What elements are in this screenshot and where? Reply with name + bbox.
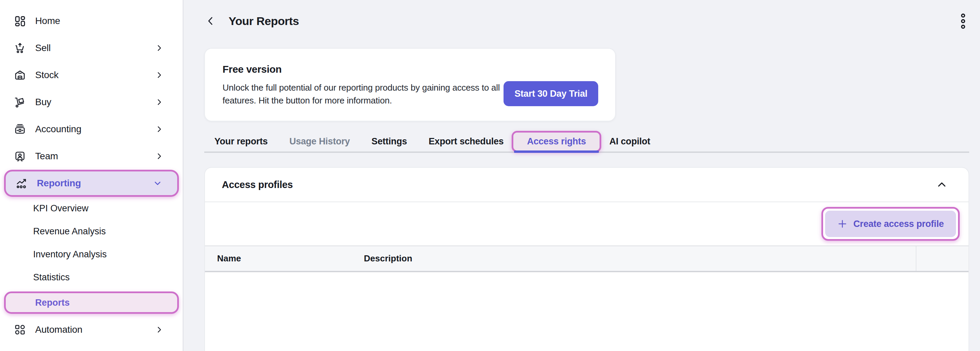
sidebar-item-buy[interactable]: Buy	[0, 89, 183, 116]
trial-title: Free version	[223, 64, 504, 75]
page-title: Your Reports	[229, 14, 299, 28]
sidebar-item-label: Sell	[35, 43, 155, 53]
sidebar-item-home[interactable]: Home	[0, 8, 183, 35]
back-icon[interactable]	[205, 15, 216, 27]
dashboard-icon	[14, 14, 26, 27]
sidebar: Home Sell	[0, 0, 184, 351]
chevron-right-icon	[155, 325, 164, 334]
sidebar-item-label: Reporting	[37, 178, 153, 189]
access-profiles-panel: Access profiles Create access profile Na	[204, 167, 969, 351]
sidebar-item-label: Buy	[35, 97, 155, 108]
sidebar-item-reports[interactable]: Reports	[4, 291, 179, 314]
main-content: Your Reports Free version Unlock the ful…	[184, 0, 980, 351]
tab-export-schedules[interactable]: Export schedules	[429, 136, 504, 147]
sidebar-item-label: Stock	[35, 70, 155, 81]
sidebar-item-label: Inventory Analysis	[33, 249, 107, 260]
chevron-right-icon	[155, 152, 164, 160]
sidebar-item-label: Statistics	[33, 272, 70, 283]
sidebar-item-label: Accounting	[35, 124, 155, 135]
sidebar-item-label: KPI Overview	[33, 203, 89, 214]
panel-title: Access profiles	[222, 179, 293, 191]
sidebar-item-sell[interactable]: Sell	[0, 35, 183, 62]
sidebar-item-label: Home	[35, 16, 164, 26]
workflow-icon	[14, 323, 26, 336]
table-header-row: Name Description	[205, 246, 969, 272]
tab-usage-history[interactable]: Usage History	[290, 136, 350, 147]
chart-icon	[15, 177, 28, 190]
column-header-actions	[916, 246, 969, 271]
create-access-profile-label: Create access profile	[854, 219, 944, 229]
sidebar-item-label: Automation	[35, 324, 155, 335]
create-access-profile-button[interactable]: Create access profile	[825, 211, 956, 237]
panel-toolbar: Create access profile	[205, 202, 969, 246]
warehouse-icon	[14, 69, 26, 81]
kebab-menu-icon[interactable]	[957, 14, 969, 29]
panel-header: Access profiles	[205, 168, 969, 202]
tab-access-rights[interactable]: Access rights	[512, 131, 601, 152]
sidebar-item-automation[interactable]: Automation	[0, 316, 183, 343]
sidebar-item-accounting[interactable]: Accounting	[0, 116, 183, 143]
cash-icon	[14, 123, 26, 136]
chevron-right-icon	[155, 71, 164, 79]
sidebar-item-label: Team	[35, 151, 155, 162]
tab-settings[interactable]: Settings	[372, 136, 407, 147]
trial-description: Unlock the full potential of our reporti…	[223, 81, 504, 107]
tab-your-reports[interactable]: Your reports	[215, 136, 268, 147]
app-root: Home Sell	[0, 0, 980, 351]
sidebar-item-label: Revenue Analysis	[33, 226, 106, 237]
cart-icon	[14, 41, 26, 54]
chevron-up-icon[interactable]	[936, 179, 948, 191]
sidebar-nav: Home Sell	[0, 0, 183, 343]
sidebar-item-kpi-overview[interactable]: KPI Overview	[0, 197, 183, 220]
sidebar-item-statistics[interactable]: Statistics	[0, 266, 183, 289]
trial-banner: Free version Unlock the full potential o…	[204, 48, 616, 121]
trial-text: Free version Unlock the full potential o…	[223, 64, 504, 107]
tab-ai-copilot[interactable]: AI copilot	[609, 136, 650, 147]
sidebar-item-inventory-analysis[interactable]: Inventory Analysis	[0, 243, 183, 266]
chevron-down-icon	[153, 179, 162, 188]
team-icon	[14, 150, 26, 163]
plus-icon	[837, 219, 848, 229]
sidebar-item-revenue-analysis[interactable]: Revenue Analysis	[0, 220, 183, 243]
start-trial-button[interactable]: Start 30 Day Trial	[504, 81, 598, 106]
sidebar-item-stock[interactable]: Stock	[0, 62, 183, 89]
sidebar-item-reporting[interactable]: Reporting	[4, 170, 179, 197]
tab-label: Access rights	[527, 136, 586, 147]
tab-bar: Your reports Usage History Settings Expo…	[204, 132, 969, 153]
sidebar-item-label: Reports	[35, 298, 70, 308]
sidebar-item-team[interactable]: Team	[0, 143, 183, 170]
chevron-right-icon	[155, 98, 164, 106]
table-body-empty	[205, 272, 969, 351]
column-header-description[interactable]: Description	[364, 253, 916, 264]
handtruck-icon	[14, 96, 26, 108]
page-header: Your Reports	[204, 12, 969, 30]
chevron-right-icon	[155, 125, 164, 133]
column-header-name[interactable]: Name	[217, 253, 364, 264]
create-access-profile-highlight: Create access profile	[821, 207, 960, 241]
chevron-right-icon	[155, 44, 164, 52]
